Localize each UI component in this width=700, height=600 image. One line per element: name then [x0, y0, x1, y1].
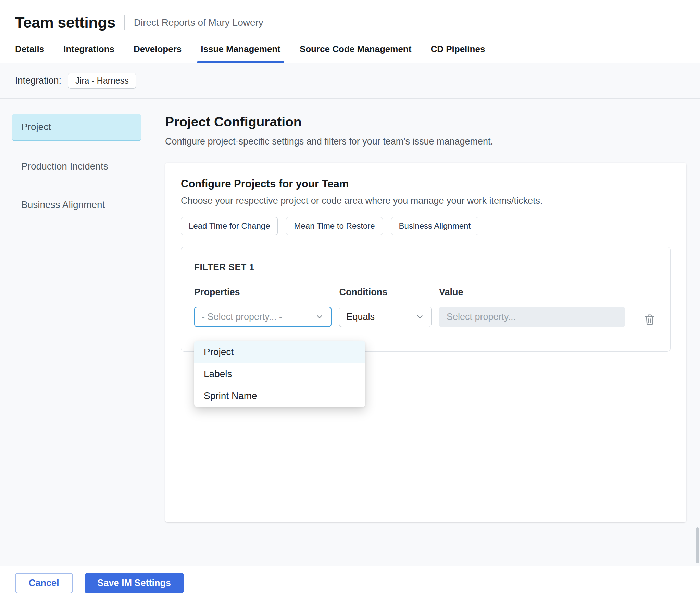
integration-row: Integration: Jira - Harness: [0, 63, 700, 99]
sidebar-item-production-incidents[interactable]: Production Incidents: [12, 153, 141, 180]
trash-icon: [643, 313, 656, 326]
save-im-settings-button[interactable]: Save IM Settings: [85, 573, 184, 593]
chip-mean-time-to-restore[interactable]: Mean Time to Restore: [286, 217, 383, 235]
scrollbar-thumb[interactable]: [696, 527, 699, 563]
value-column: Value: [439, 287, 625, 327]
property-dropdown-menu: Project Labels Sprint Name: [194, 341, 365, 407]
dropdown-option-labels[interactable]: Labels: [194, 363, 365, 385]
page-subtitle: Direct Reports of Mary Lowery: [134, 17, 263, 28]
conditions-column-header: Conditions: [339, 287, 432, 298]
tab-issue-management[interactable]: Issue Management: [201, 44, 280, 63]
tab-bar: Details Integrations Developers Issue Ma…: [0, 34, 700, 63]
title-divider: [124, 15, 125, 30]
cancel-button[interactable]: Cancel: [15, 573, 73, 593]
chevron-down-icon: [315, 312, 324, 321]
tab-integrations[interactable]: Integrations: [63, 44, 114, 63]
tab-developers[interactable]: Developers: [134, 44, 182, 63]
section-title: Project Configuration: [165, 114, 686, 129]
main-content: Project Configuration Configure project-…: [153, 99, 700, 566]
filter-set-1: FILTER SET 1 Properties - Select propert…: [181, 247, 671, 352]
properties-column: Properties - Select property... - Projec…: [194, 287, 332, 327]
dropdown-option-sprint-name[interactable]: Sprint Name: [194, 385, 365, 407]
dropdown-option-project[interactable]: Project: [194, 341, 365, 363]
page-header: Team settings Direct Reports of Mary Low…: [0, 0, 700, 34]
filter-grid: Properties - Select property... - Projec…: [194, 287, 657, 327]
metric-chip-row: Lead Time for Change Mean Time to Restor…: [181, 217, 671, 235]
integration-chip[interactable]: Jira - Harness: [68, 73, 136, 89]
page-title: Team settings: [15, 14, 115, 32]
filter-set-title: FILTER SET 1: [194, 262, 657, 273]
sidebar-item-project[interactable]: Project: [12, 114, 141, 141]
content-area: Project Production Incidents Business Al…: [0, 99, 700, 566]
sidebar: Project Production Incidents Business Al…: [0, 99, 153, 566]
chip-lead-time-for-change[interactable]: Lead Time for Change: [181, 217, 278, 235]
value-column-header: Value: [439, 287, 625, 298]
section-subtitle: Configure project-specific settings and …: [165, 136, 686, 147]
condition-select-value: Equals: [346, 312, 375, 322]
conditions-column: Conditions Equals: [339, 287, 432, 327]
chip-business-alignment[interactable]: Business Alignment: [391, 217, 478, 235]
card-title: Configure Projects for your Team: [181, 178, 671, 190]
tab-details[interactable]: Details: [15, 44, 44, 63]
property-select[interactable]: - Select property... -: [194, 307, 332, 327]
tab-cd-pipelines[interactable]: CD Pipelines: [430, 44, 485, 63]
chevron-down-icon: [415, 312, 424, 321]
footer-action-bar: Cancel Save IM Settings: [0, 566, 700, 600]
delete-filter-button[interactable]: [642, 312, 657, 327]
card-subtitle: Choose your respective project or code a…: [181, 196, 671, 206]
properties-column-header: Properties: [194, 287, 332, 298]
team-settings-page: Team settings Direct Reports of Mary Low…: [0, 0, 700, 600]
property-select-placeholder: - Select property... -: [202, 312, 282, 322]
configure-projects-card: Configure Projects for your Team Choose …: [165, 163, 686, 522]
value-input[interactable]: [439, 307, 625, 327]
tab-source-code-management[interactable]: Source Code Management: [300, 44, 412, 63]
sidebar-item-business-alignment[interactable]: Business Alignment: [12, 191, 141, 218]
trash-column: [642, 287, 657, 327]
condition-select[interactable]: Equals: [339, 307, 432, 327]
integration-label: Integration:: [15, 75, 61, 86]
